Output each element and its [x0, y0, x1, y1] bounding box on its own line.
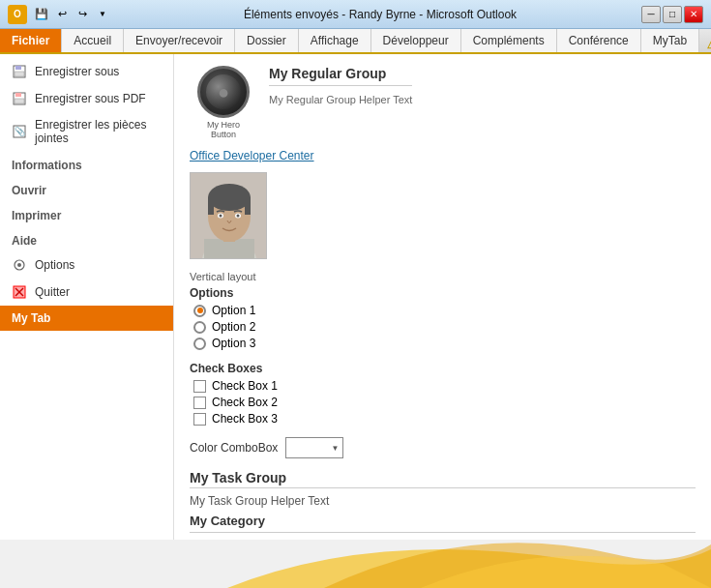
window-controls: ─ □ ✕	[641, 6, 703, 23]
window-title: Éléments envoyés - Randy Byrne - Microso…	[119, 8, 641, 21]
color-combobox[interactable]: ▼	[285, 437, 343, 458]
sidebar-section-imprimer[interactable]: Imprimer	[0, 201, 173, 226]
sidebar-section-informations[interactable]: Informations	[0, 151, 173, 176]
photo-container	[190, 172, 267, 259]
ribbon: Fichier Accueil Envoyer/recevoir Dossier…	[0, 29, 711, 54]
radio-circle-1	[193, 305, 206, 317]
combo-arrow-icon: ▼	[331, 444, 339, 453]
options-label: Options	[190, 286, 696, 300]
tab-envoyer[interactable]: Envoyer/recevoir	[124, 29, 235, 52]
main-layout: Enregistrer sous Enregistrer sous PDF 📎 …	[0, 54, 711, 540]
svg-rect-15	[204, 239, 254, 259]
app-icon: O	[8, 5, 27, 24]
combo-row: Color ComboBox ▼	[190, 437, 696, 458]
quit-icon	[12, 284, 27, 300]
task-group-title: My Task Group	[190, 470, 696, 485]
sidebar-item-options[interactable]: Options	[0, 251, 173, 279]
checkbox-3[interactable]: Check Box 3	[193, 412, 696, 426]
sidebar-label-enregistrer-pdf: Enregistrer sous PDF	[35, 92, 146, 105]
checkbox-box-1	[193, 380, 206, 393]
task-helper-text: My Task Group Helper Text	[190, 494, 696, 508]
hero-button[interactable]: ●	[197, 66, 250, 118]
radio-label-1: Option 1	[212, 304, 255, 317]
radio-label-3: Option 3	[212, 337, 255, 350]
maximize-button[interactable]: □	[663, 6, 682, 23]
tab-fichier[interactable]: Fichier	[0, 29, 62, 52]
svg-rect-4	[15, 93, 21, 97]
pdf-icon	[12, 91, 27, 106]
sidebar: Enregistrer sous Enregistrer sous PDF 📎 …	[0, 54, 174, 540]
checkbox-label-3: Check Box 3	[212, 412, 278, 426]
sidebar-section-ouvrir[interactable]: Ouvrir	[0, 176, 173, 201]
hero-ball: ●	[206, 74, 241, 109]
content-area: ● My HeroButton My Regular Group My Regu…	[174, 54, 711, 540]
qa-dropdown[interactable]: ▼	[94, 6, 111, 23]
radio-option2[interactable]: Option 2	[193, 320, 696, 334]
svg-text:📎: 📎	[15, 126, 26, 137]
qa-redo[interactable]: ↪	[74, 6, 91, 23]
radio-label-2: Option 2	[212, 320, 255, 334]
checkboxes-section: Check Boxes Check Box 1 Check Box 2 Chec…	[190, 362, 696, 426]
checkbox-1[interactable]: Check Box 1	[193, 379, 696, 393]
checkbox-label-1: Check Box 1	[212, 379, 278, 393]
checkbox-box-3	[193, 413, 206, 426]
svg-point-23	[220, 215, 222, 218]
radio-option1[interactable]: Option 1	[193, 304, 696, 317]
svg-rect-1	[15, 66, 21, 70]
sidebar-item-pieces-jointes[interactable]: 📎 Enregistrer les pièces jointes	[0, 112, 173, 151]
group-info: My Regular Group My Regular Group Helper…	[269, 66, 412, 105]
tab-complements[interactable]: Compléments	[461, 29, 557, 52]
layout-section: Vertical layout Options Option 1 Option …	[190, 271, 696, 350]
minimize-button[interactable]: ─	[641, 6, 661, 23]
sidebar-item-mytab[interactable]: My Tab	[0, 306, 173, 331]
qa-save[interactable]: 💾	[33, 6, 50, 23]
layout-label: Vertical layout	[190, 271, 696, 282]
task-group: My Task Group My Task Group Helper Text …	[190, 470, 696, 540]
hero-button-wrap: ● My HeroButton	[190, 66, 257, 139]
tab-developpeur[interactable]: Développeur	[371, 29, 461, 52]
tab-affichage[interactable]: Affichage	[299, 29, 371, 52]
person-photo	[191, 173, 267, 259]
tab-conference[interactable]: Conférence	[557, 29, 641, 52]
options-icon	[12, 257, 27, 273]
checkbox-label-2: Check Box 2	[212, 396, 278, 409]
radio-group: Option 1 Option 2 Option 3	[193, 304, 696, 350]
radio-circle-2	[193, 321, 206, 334]
category-title: My Category	[190, 514, 696, 528]
group-helper: My Regular Group Helper Text	[269, 94, 412, 105]
group-title: My Regular Group	[269, 66, 412, 81]
close-button[interactable]: ✕	[684, 6, 703, 23]
ribbon-help: △ ?	[699, 29, 711, 52]
qa-undo[interactable]: ↩	[53, 6, 71, 23]
attachment-icon: 📎	[12, 124, 27, 139]
tab-mytab[interactable]: MyTab	[641, 29, 699, 52]
dev-center-link[interactable]: Office Developer Center	[190, 149, 696, 162]
minimize-ribbon-icon[interactable]: △	[707, 30, 711, 51]
checkbox-2[interactable]: Check Box 2	[193, 396, 696, 409]
tab-dossier[interactable]: Dossier	[235, 29, 299, 52]
radio-circle-3	[193, 338, 206, 350]
tab-accueil[interactable]: Accueil	[62, 29, 124, 52]
save-icon	[12, 64, 27, 79]
svg-rect-20	[245, 197, 251, 215]
combo-label: Color ComboBox	[190, 441, 278, 455]
svg-point-18	[208, 184, 251, 211]
sidebar-item-quitter[interactable]: Quitter	[0, 279, 173, 306]
svg-point-24	[237, 215, 240, 218]
ribbon-tabs-row: Fichier Accueil Envoyer/recevoir Dossier…	[0, 29, 711, 52]
checkbox-box-2	[193, 397, 206, 409]
sidebar-label-options: Options	[35, 258, 74, 272]
checkbox-group: Check Box 1 Check Box 2 Check Box 3	[193, 379, 696, 426]
sidebar-section-aide[interactable]: Aide	[0, 226, 173, 251]
svg-rect-19	[208, 197, 214, 215]
svg-rect-5	[15, 99, 24, 103]
svg-rect-2	[15, 72, 24, 76]
hero-button-label: My HeroButton	[207, 120, 240, 139]
radio-option3[interactable]: Option 3	[193, 337, 696, 350]
sidebar-label-pieces-jointes: Enregistrer les pièces jointes	[35, 118, 162, 145]
sidebar-item-enregistrer-pdf[interactable]: Enregistrer sous PDF	[0, 85, 173, 112]
regular-group-header: ● My HeroButton My Regular Group My Regu…	[190, 66, 696, 139]
sidebar-item-enregistrer-sous[interactable]: Enregistrer sous	[0, 58, 173, 85]
svg-point-9	[17, 263, 21, 267]
title-bar: O 💾 ↩ ↪ ▼ Éléments envoyés - Randy Byrne…	[0, 0, 711, 29]
